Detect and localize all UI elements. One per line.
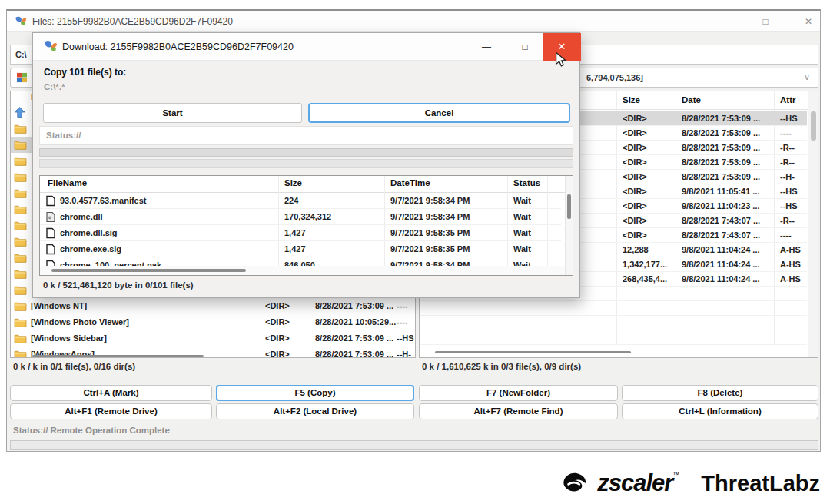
cell-size: <DIR> (622, 114, 647, 123)
start-button[interactable]: Start (43, 103, 302, 123)
dialog-titlebar[interactable]: Download: 2155F9982B0ACE2B59CD96D2F7F094… (33, 33, 579, 61)
column-header-size[interactable]: Size (622, 95, 640, 104)
maximize-icon[interactable]: □ (754, 11, 777, 32)
remote-drive-change-button[interactable]: Alt+F1 (Remote Drive) (10, 403, 212, 419)
vertical-scrollbar-thumb[interactable] (811, 111, 816, 141)
app-logo-icon (43, 39, 58, 58)
cell-attr: ---- (397, 301, 408, 310)
cell-filename: chrome.dll (60, 212, 103, 221)
vertical-scrollbar-thumb[interactable] (567, 194, 571, 219)
cell-date: 8/28/2021 7:53:09 ... (315, 350, 393, 358)
horizontal-scrollbar-track[interactable] (40, 266, 565, 275)
column-header-filename[interactable]: FileName (48, 178, 87, 187)
cell-status: Wait (513, 212, 531, 221)
column-header-datetime[interactable]: DateTime (390, 178, 430, 187)
column-header-status[interactable]: Status (513, 178, 540, 187)
folder-icon (14, 269, 27, 283)
cell-status: Wait (513, 244, 531, 254)
mouse-cursor (553, 51, 569, 71)
information-button[interactable]: Ctrl+L (Information) (622, 403, 818, 419)
cell-attr: --H- (780, 172, 795, 181)
table-row[interactable]: chrome.dll.sig 1,427 9/7/2021 9:58:35 PM… (40, 225, 561, 241)
cell-attr: ---- (397, 317, 408, 327)
close-icon[interactable]: ✕ (797, 11, 820, 32)
column-header-attr[interactable]: Attr (780, 95, 795, 104)
cell-attr: ---- (780, 128, 792, 138)
progress-bar-total (39, 148, 573, 157)
folder-icon (14, 285, 27, 299)
cell-size: <DIR> (622, 187, 647, 196)
file-icon (46, 244, 55, 258)
table-row[interactable]: 93.0.4577.63.manifest 224 9/7/2021 9:58:… (40, 193, 561, 209)
trademark-symbol: ™ (672, 471, 679, 479)
vertical-scrollbar[interactable] (565, 176, 573, 275)
cell-size: <DIR> (622, 172, 647, 181)
cell-date: 9/8/2021 11:04:24 ... (682, 274, 760, 284)
cell-attr: A-HS (780, 274, 801, 284)
window-title: Files: 2155F9982B0ACE2B59CD96D2F7F09420 (32, 11, 233, 32)
cell-date: 9/8/2021 11:05:41 ... (682, 187, 760, 196)
minimize-icon[interactable]: — (475, 36, 498, 58)
folder-icon (14, 172, 27, 186)
horizontal-scrollbar[interactable] (32, 355, 204, 357)
app-logo-icon (14, 15, 28, 32)
cell-size: 170,324,312 (284, 212, 331, 221)
transfer-queue-table[interactable]: FileName Size DateTime Status 93.0.4577.… (39, 175, 573, 276)
table-row[interactable]: chrome.exe.sig 1,427 9/7/2021 9:58:35 PM… (40, 241, 561, 257)
up-arrow-icon (14, 106, 25, 121)
cell-attr: --HS (780, 201, 798, 211)
cell-attr: -R-- (780, 216, 795, 225)
remote-pane-status: 0 k / k in 0/1 file(s), 0/16 dir(s) (13, 362, 135, 371)
cell-size: <DIR> (265, 317, 290, 327)
horizontal-scrollbar[interactable] (435, 351, 631, 353)
queue-table-header[interactable]: FileName Size DateTime Status (40, 176, 573, 193)
remote-drive-button[interactable] (10, 68, 34, 88)
copy-button[interactable]: F5 (Copy) (216, 385, 414, 401)
table-row[interactable]: [Windows Photo Viewer] <DIR> 8/28/2021 1… (11, 314, 415, 330)
file-icon (46, 227, 55, 242)
cell-name: [Windows Sidebar] (31, 333, 107, 343)
cell-size: <DIR> (265, 350, 290, 358)
cell-date: 9/8/2021 11:04:24 ... (682, 260, 760, 269)
folder-icon (14, 350, 27, 358)
cell-size: 1,342,177... (622, 260, 667, 269)
chevron-down-icon[interactable]: ∨ (804, 72, 810, 82)
cancel-button[interactable]: Cancel (308, 103, 570, 123)
column-header-date[interactable]: Date (682, 95, 701, 104)
newfolder-button[interactable]: F7 (NewFolder) (419, 385, 618, 401)
cell-filename: chrome.exe.sig (60, 244, 121, 254)
download-dialog: Download: 2155F9982B0ACE2B59CD96D2F7F094… (32, 32, 580, 298)
cell-datetime: 9/7/2021 9:58:35 PM (390, 244, 470, 254)
transfer-status-label: Status:// (40, 127, 573, 144)
folder-icon (14, 204, 27, 218)
cell-date: 8/28/2021 7:53:09 ... (682, 158, 760, 167)
cell-date: 9/8/2021 11:04:24 ... (682, 245, 760, 254)
table-row[interactable]: [Windows Sidebar] <DIR> 8/28/2021 7:53:0… (11, 330, 415, 346)
cell-date: 8/28/2021 7:53:09 ... (682, 128, 760, 138)
files-window-titlebar[interactable]: Files: 2155F9982B0ACE2B59CD96D2F7F09420 … (7, 11, 820, 32)
cell-datetime: 9/7/2021 9:58:34 PM (390, 212, 470, 221)
vertical-scrollbar[interactable] (808, 91, 818, 357)
cell-date: 8/28/2021 7:53:09 ... (682, 172, 760, 181)
cell-date: 9/8/2021 11:04:23 ... (682, 201, 760, 211)
delete-button[interactable]: F8 (Delete) (622, 385, 818, 401)
cell-status: Wait (513, 228, 531, 237)
cell-date: 8/28/2021 10:05:29... (315, 317, 396, 327)
column-header-size[interactable]: Size (284, 178, 302, 187)
mark-button[interactable]: Ctrl+A (Mark) (10, 385, 212, 401)
remote-find-button[interactable]: Alt+F7 (Remote Find) (419, 403, 618, 419)
cell-size: <DIR> (622, 143, 647, 152)
cell-filename: 93.0.4577.63.manifest (60, 196, 147, 205)
empty-row (420, 301, 807, 316)
cell-attr: ---- (780, 230, 792, 240)
horizontal-scrollbar-thumb[interactable] (51, 269, 246, 272)
table-row[interactable]: chrome.dll 170,324,312 9/7/2021 9:58:34 … (40, 209, 561, 225)
maximize-icon[interactable]: □ (513, 36, 536, 58)
table-row[interactable]: [Windows NT] <DIR> 8/28/2021 7:53:09 ...… (11, 298, 415, 314)
cell-attr: A-HS (780, 245, 801, 254)
minimize-icon[interactable]: — (708, 11, 731, 32)
folder-icon (14, 156, 27, 170)
local-drive-change-button[interactable]: Alt+F2 (Local Drive) (216, 403, 414, 419)
cell-size: <DIR> (265, 333, 290, 343)
destination-path: C:\*.* (44, 82, 65, 91)
